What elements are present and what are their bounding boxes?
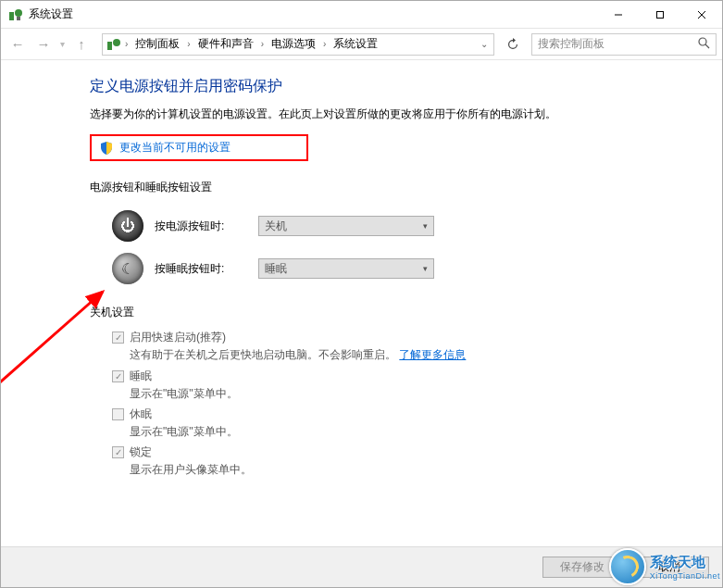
hibernate-label: 休眠 bbox=[130, 407, 152, 422]
power-button-row: ⏻ 按电源按钮时: 关机 ▾ bbox=[112, 205, 700, 247]
moon-icon: ☾ bbox=[112, 253, 143, 284]
page-subtitle: 选择要为你的计算机设置的电源设置。在此页上对设置所做的更改将应用于你所有的电源计… bbox=[90, 106, 700, 123]
chevron-down-icon: ▾ bbox=[423, 221, 428, 231]
cancel-button[interactable]: 取消 bbox=[630, 557, 709, 578]
control-panel-icon bbox=[106, 37, 121, 52]
hibernate-checkbox[interactable] bbox=[112, 408, 124, 420]
power-button-label: 按电源按钮时: bbox=[155, 219, 247, 234]
svg-rect-7 bbox=[107, 42, 112, 50]
refresh-button[interactable] bbox=[502, 33, 524, 56]
svg-point-1 bbox=[15, 9, 22, 17]
breadcrumb-item[interactable]: 控制面板 bbox=[131, 36, 183, 52]
fast-startup-checkbox[interactable] bbox=[112, 332, 124, 344]
chevron-right-icon[interactable]: › bbox=[321, 39, 328, 49]
svg-point-9 bbox=[699, 38, 706, 45]
learn-more-link[interactable]: 了解更多信息 bbox=[399, 348, 466, 361]
lock-label: 锁定 bbox=[130, 444, 152, 460]
change-settings-highlight: 更改当前不可用的设置 bbox=[90, 134, 308, 161]
sleep-option: 睡眠 显示在"电源"菜单中。 bbox=[112, 369, 700, 403]
chevron-right-icon[interactable]: › bbox=[185, 39, 192, 49]
page-title: 定义电源按钮并启用密码保护 bbox=[90, 77, 700, 96]
sleep-button-label: 按睡眠按钮时: bbox=[155, 261, 247, 277]
titlebar: 系统设置 bbox=[1, 1, 722, 29]
breadcrumb-item[interactable]: 硬件和声音 bbox=[194, 36, 257, 52]
breadcrumb-item[interactable]: 电源选项 bbox=[268, 36, 319, 52]
nav-back-button[interactable]: ← bbox=[6, 33, 29, 56]
chevron-down-icon: ▾ bbox=[423, 264, 428, 273]
svg-point-8 bbox=[113, 39, 120, 46]
chevron-right-icon[interactable]: › bbox=[259, 39, 266, 49]
dropdown-value: 睡眠 bbox=[265, 261, 287, 277]
nav-history-dropdown[interactable]: ▾ bbox=[58, 39, 67, 49]
breadcrumb-item[interactable]: 系统设置 bbox=[330, 36, 381, 52]
lock-desc: 显示在用户头像菜单中。 bbox=[130, 460, 700, 479]
shield-icon bbox=[99, 141, 114, 156]
fast-startup-label: 启用快速启动(推荐) bbox=[130, 330, 226, 345]
lock-option: 锁定 显示在用户头像菜单中。 bbox=[112, 444, 700, 479]
fast-startup-desc: 这有助于在关机之后更快地启动电脑。不会影响重启。 了解更多信息 bbox=[130, 345, 700, 364]
search-input[interactable]: 搜索控制面板 bbox=[531, 33, 717, 56]
search-icon[interactable] bbox=[698, 37, 710, 52]
fast-startup-option: 启用快速启动(推荐) 这有助于在关机之后更快地启动电脑。不会影响重启。 了解更多… bbox=[112, 330, 700, 364]
navbar: ← → ▾ ↑ › 控制面板 › 硬件和声音 › 电源选项 › 系统设置 ⌄ 搜… bbox=[1, 29, 722, 60]
maximize-button[interactable] bbox=[639, 1, 680, 28]
power-button-dropdown[interactable]: 关机 ▾ bbox=[258, 216, 434, 236]
power-icon: ⏻ bbox=[112, 210, 143, 242]
svg-line-11 bbox=[1, 292, 103, 431]
window: 系统设置 ← → ▾ ↑ › 控制面板 › 硬件和声音 › 电 bbox=[0, 0, 723, 588]
nav-forward-button[interactable]: → bbox=[32, 33, 55, 56]
breadcrumb-dropdown[interactable]: ⌄ bbox=[479, 39, 490, 49]
window-controls bbox=[597, 1, 722, 28]
lock-checkbox[interactable] bbox=[112, 446, 124, 458]
hibernate-option: 休眠 显示在"电源"菜单中。 bbox=[112, 407, 700, 441]
window-title: 系统设置 bbox=[29, 6, 597, 22]
sleep-button-row: ☾ 按睡眠按钮时: 睡眠 ▾ bbox=[112, 247, 700, 290]
button-section-heading: 电源按钮和睡眠按钮设置 bbox=[90, 180, 700, 195]
nav-up-button[interactable]: ↑ bbox=[70, 33, 93, 56]
content: 定义电源按钮并启用密码保护 选择要为你的计算机设置的电源设置。在此页上对设置所做… bbox=[1, 60, 722, 587]
shutdown-section-heading: 关机设置 bbox=[90, 305, 700, 320]
close-button[interactable] bbox=[680, 1, 722, 28]
sleep-label: 睡眠 bbox=[130, 369, 152, 384]
svg-rect-4 bbox=[656, 11, 663, 18]
sleep-checkbox[interactable] bbox=[112, 370, 124, 382]
sleep-desc: 显示在"电源"菜单中。 bbox=[130, 384, 700, 403]
svg-line-10 bbox=[705, 44, 709, 48]
search-placeholder: 搜索控制面板 bbox=[538, 36, 605, 52]
chevron-right-icon[interactable]: › bbox=[123, 39, 130, 49]
shutdown-settings-group: 启用快速启动(推荐) 这有助于在关机之后更快地启动电脑。不会影响重启。 了解更多… bbox=[90, 330, 700, 480]
hibernate-desc: 显示在"电源"菜单中。 bbox=[130, 422, 700, 441]
svg-rect-0 bbox=[9, 12, 14, 20]
app-icon bbox=[8, 7, 23, 22]
save-button[interactable]: 保存修改 bbox=[542, 557, 622, 578]
button-settings-group: ⏻ 按电源按钮时: 关机 ▾ ☾ 按睡眠按钮时: 睡眠 ▾ bbox=[90, 205, 700, 290]
dropdown-value: 关机 bbox=[265, 219, 287, 234]
footer: 保存修改 取消 bbox=[1, 546, 722, 587]
minimize-button[interactable] bbox=[597, 1, 639, 28]
change-unavailable-settings-link[interactable]: 更改当前不可用的设置 bbox=[119, 140, 231, 156]
sleep-button-dropdown[interactable]: 睡眠 ▾ bbox=[258, 258, 434, 279]
breadcrumb[interactable]: › 控制面板 › 硬件和声音 › 电源选项 › 系统设置 ⌄ bbox=[102, 33, 494, 56]
svg-rect-2 bbox=[17, 17, 20, 20]
